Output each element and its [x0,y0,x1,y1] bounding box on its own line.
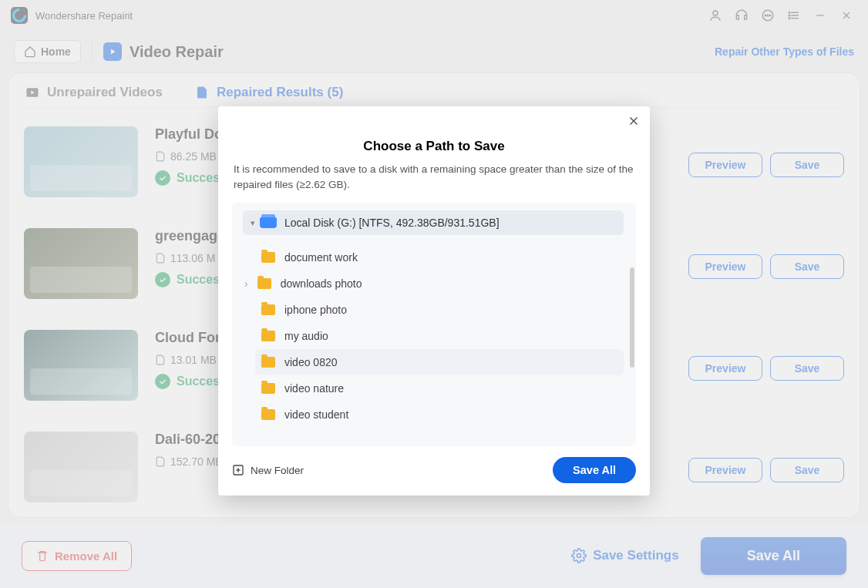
folder-label: video student [284,408,348,421]
folder-label: video nature [284,382,344,395]
folder-tree: ▾ Local Disk (G:) [NTFS, 492.38GB/931.51… [232,203,636,446]
save-path-modal: Choose a Path to Save It is recommended … [218,106,650,496]
folder-label: my audio [284,330,328,342]
folder-label: document work [284,251,358,264]
folder-icon [261,357,275,368]
scrollbar[interactable] [630,267,634,368]
folder-icon [257,278,271,289]
new-folder-label: New Folder [251,465,304,476]
folder-label: downloads photo [281,277,362,290]
folder-row[interactable]: video nature [255,375,624,402]
folder-icon [261,383,275,394]
disk-label: Local Disk (G:) [NTFS, 492.38GB/931.51GB… [284,217,500,229]
folder-row[interactable]: my audio [255,323,624,349]
new-folder-button[interactable]: New Folder [232,464,304,476]
folder-row[interactable]: video student [255,402,624,428]
modal-title: Choose a Path to Save [232,139,636,154]
modal-close-button[interactable] [627,114,641,128]
folder-row[interactable]: iphone photo [255,297,624,323]
modal-subtitle: It is recommended to save to a disk with… [232,162,636,192]
folder-icon [261,252,275,263]
folder-icon [261,409,275,420]
folder-label: iphone photo [284,304,347,316]
folder-icon [261,331,275,341]
folder-row[interactable]: video 0820 [255,349,624,375]
modal-save-all-button[interactable]: Save All [553,457,636,483]
folder-row[interactable]: downloads photo [255,270,624,297]
folder-row[interactable]: document work [255,244,624,270]
chevron-down-icon: ▾ [251,218,255,228]
disk-row[interactable]: ▾ Local Disk (G:) [NTFS, 492.38GB/931.51… [243,210,624,235]
folder-label: video 0820 [284,356,338,368]
disk-icon [260,217,277,228]
folder-icon [261,304,275,315]
